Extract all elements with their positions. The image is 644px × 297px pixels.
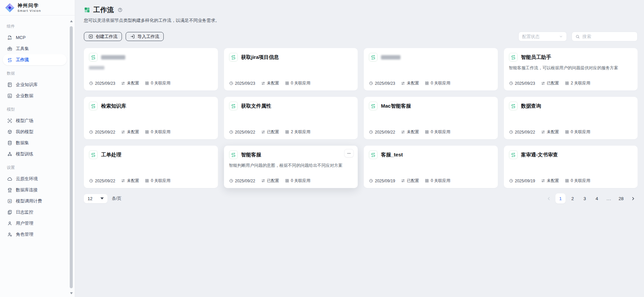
workflow-icon (509, 102, 518, 110)
page-button-1[interactable]: 1 (555, 193, 566, 203)
sidebar-scrollbar[interactable] (69, 16, 74, 297)
import-workflow-button[interactable]: 导入工作流 (126, 32, 164, 41)
workflow-card[interactable]: 检索知识库2025/09/22未配置0 关联应用 (84, 97, 218, 139)
workflow-card[interactable]: 案审通-文书审查2025/09/19未配置0 关联应用 (504, 146, 638, 188)
workflow-card[interactable]: Mac智能客服2025/09/22未配置0 关联应用 (364, 97, 498, 139)
card-config-status: 未配置 (267, 80, 279, 86)
apps-grid-icon (425, 130, 429, 134)
page-button-2[interactable]: 2 (568, 193, 578, 203)
workflow-icon (369, 102, 378, 110)
card-title: 智能员工助手 (521, 54, 551, 61)
sidebar-item-mcp[interactable]: MCPMCP (3, 32, 67, 43)
svg-text:¥: ¥ (9, 199, 11, 202)
search-input[interactable] (582, 34, 634, 39)
sidebar-item-label: 模型广场 (16, 118, 33, 124)
card-date-meta: 2025/09/22 (509, 130, 535, 135)
workflow-card[interactable]: 数据查询2025/09/22未配置0 关联应用 (504, 97, 638, 139)
card-linked-apps: 0 关联应用 (431, 178, 450, 184)
card-config-status-meta: 已配置 (261, 178, 279, 184)
clock-icon (89, 130, 93, 134)
workflow-card[interactable]: 智能员工助手智能客服工作流，可以根据用户的问题提供对应的服务方案2025/09/… (504, 48, 638, 90)
sidebar-item-toolset[interactable]: 工具集 (3, 43, 67, 54)
card-linked-apps-meta: 0 关联应用 (565, 129, 590, 135)
card-config-status: 未配置 (127, 80, 139, 86)
page-button-4[interactable]: 4 (592, 193, 602, 203)
card-description: 智能客服工作流，可以根据用户的问题提供对应的服务方案 (509, 65, 633, 71)
workflow-card[interactable]: 工单处理2025/09/22未配置0 关联应用 (84, 146, 218, 188)
sidebar-item-knowledge-base[interactable]: 企业知识库 (3, 79, 67, 90)
sidebar-scrollbar-thumb[interactable] (70, 26, 73, 288)
sidebar-item-cloud-native[interactable]: 云原生环境 (3, 173, 67, 184)
brand-logo[interactable]: 神州问学 Smart Vision (0, 0, 75, 15)
card-title: Mac智能客服 (381, 103, 411, 109)
sidebar-item-enterprise-data[interactable]: 企业数据 (3, 90, 67, 101)
workflow-card[interactable]: 2025/09/23未配置0 关联应用 (364, 48, 498, 90)
card-linked-apps: 2 关联应用 (571, 80, 590, 86)
prev-page-button[interactable] (544, 193, 553, 203)
card-date-meta: 2025/09/23 (369, 81, 395, 86)
create-workflow-button[interactable]: 创建工作流 (84, 32, 122, 41)
card-linked-apps-meta: 0 关联应用 (285, 80, 311, 86)
sidebar-item-db-connection[interactable]: 数据库连接 (3, 184, 67, 195)
pagination: 1234...28 (544, 193, 638, 203)
workflow-card[interactable]: 获取文件属性2025/09/22已配置2 关联应用 (224, 97, 358, 139)
workflow-card[interactable]: 获取jira项目信息2025/09/23未配置0 关联应用 (224, 48, 358, 90)
sidebar-item-datasets[interactable]: 数据集 (3, 137, 67, 148)
create-workflow-label: 创建工作流 (96, 34, 118, 40)
clock-icon (229, 130, 233, 134)
workflow-icon (509, 53, 518, 62)
sidebar-item-model-plaza[interactable]: 模型广场 (3, 115, 67, 126)
brand-subtitle: Smart Vision (18, 9, 41, 12)
workflow-section-icon (84, 7, 90, 13)
apps-grid-icon (565, 130, 569, 134)
sidebar-item-my-models[interactable]: 我的模型 (3, 126, 67, 137)
card-date: 2025/09/23 (235, 81, 255, 86)
next-page-button[interactable] (628, 193, 638, 203)
scroll-down-arrow-icon[interactable] (70, 292, 73, 294)
sidebar-item-label: 企业知识库 (16, 82, 38, 88)
sidebar-item-model-training[interactable]: 模型训练 (3, 148, 67, 159)
workflow-card[interactable]: 2025/09/23未配置0 关联应用 (84, 48, 218, 90)
card-linked-apps-meta: 0 关联应用 (145, 80, 170, 86)
page-button-3[interactable]: 3 (580, 193, 590, 203)
apps-grid-icon (285, 130, 289, 134)
clock-icon (369, 179, 373, 183)
apps-grid-icon (565, 81, 569, 85)
card-date: 2025/09/22 (515, 130, 535, 135)
help-icon[interactable] (118, 7, 123, 12)
card-linked-apps: 0 关联应用 (571, 178, 590, 184)
page-size-select[interactable]: 12 (84, 194, 107, 203)
workflow-card[interactable]: 智能客服智能判断用户问题的意图，根据不同的问题给出不同应对方案2025/09/2… (224, 146, 358, 188)
sidebar-nav: 组件MCPMCP工具集工作流数据企业知识库企业数据模型模型广场我的模型数据集模型… (0, 15, 75, 243)
search-box[interactable] (572, 32, 638, 41)
card-config-status: 未配置 (407, 80, 419, 86)
sidebar-item-model-billing[interactable]: ¥模型调用计费 (3, 195, 67, 207)
role-icon (7, 232, 12, 237)
sidebar-item-user-management[interactable]: 用户管理 (3, 218, 67, 229)
sidebar-item-workflow[interactable]: 工作流 (3, 54, 67, 65)
card-linked-apps-meta: 0 关联应用 (425, 129, 450, 135)
card-config-status-meta: 未配置 (541, 178, 559, 184)
workflow-card[interactable]: 客服_test2025/09/19已配置0 关联应用 (364, 146, 498, 188)
page-button-28[interactable]: 28 (616, 193, 626, 203)
workflow-icon (89, 53, 98, 62)
card-date-meta: 2025/09/23 (229, 81, 255, 86)
blurred-card-description (89, 66, 104, 70)
scroll-up-arrow-icon[interactable] (70, 20, 73, 22)
card-linked-apps-meta: 0 关联应用 (425, 80, 450, 86)
apps-grid-icon (285, 179, 289, 183)
pagination-ellipsis[interactable]: ... (604, 193, 614, 203)
card-menu-button[interactable] (344, 149, 354, 157)
sidebar: 神州问学 Smart Vision 组件MCPMCP工具集工作流数据企业知识库企… (0, 0, 75, 297)
config-status-select[interactable]: 配置状态 (518, 32, 567, 41)
nodes-icon (7, 151, 12, 157)
sidebar-item-log-monitor[interactable]: 日志监控 (3, 207, 67, 218)
sidebar-section-label: 组件 (7, 24, 63, 29)
page-title: 工作流 (93, 5, 114, 14)
knowledge-icon (7, 82, 12, 87)
card-config-status-meta: 未配置 (401, 80, 419, 86)
card-linked-apps: 0 关联应用 (151, 129, 170, 135)
card-date-meta: 2025/09/19 (369, 179, 395, 183)
sidebar-item-role-management[interactable]: 角色管理 (3, 229, 67, 240)
config-icon (401, 179, 405, 183)
